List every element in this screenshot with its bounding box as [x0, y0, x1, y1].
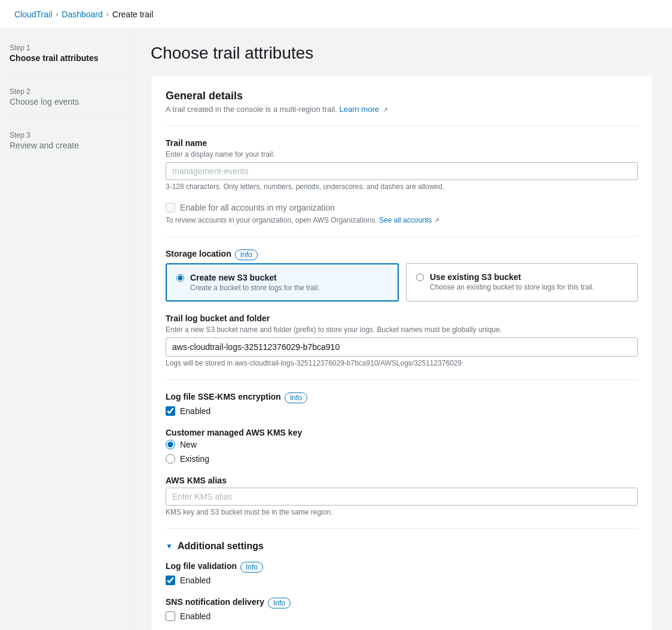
- log-file-validation-label: Log file validation: [166, 561, 237, 571]
- sidebar-step-1: Step 1 Choose trail attributes: [10, 44, 121, 75]
- trail-log-bucket-hint: Enter a new S3 bucket name and folder (p…: [166, 325, 638, 334]
- trail-log-bucket-label: Trail log bucket and folder: [166, 314, 638, 323]
- additional-settings-header: ▼ Additional settings: [166, 541, 638, 552]
- trail-log-bucket-input[interactable]: [166, 337, 638, 357]
- sns-notification-label-row: SNS notification delivery Info: [166, 597, 638, 609]
- log-file-sse-label-row: Log file SSE-KMS encryption Info: [166, 392, 638, 404]
- step1-label: Step 1: [10, 44, 121, 52]
- org-accounts-field: Enable for all accounts in my organizati…: [166, 203, 638, 224]
- org-checkbox[interactable]: [166, 203, 175, 212]
- log-file-validation-enabled-label: Enabled: [180, 576, 210, 585]
- additional-settings-section: ▼ Additional settings Log file validatio…: [166, 541, 638, 621]
- org-checkbox-row: Enable for all accounts in my organizati…: [166, 203, 638, 212]
- aws-kms-alias-label: AWS KMS alias: [166, 476, 638, 485]
- sns-notification-checkbox-row: Enabled: [166, 611, 638, 621]
- divider-2: [166, 236, 638, 237]
- learn-more-link[interactable]: Learn more: [339, 105, 378, 114]
- log-file-sse-checkbox[interactable]: [166, 406, 175, 416]
- see-all-external-icon: ↗: [434, 217, 439, 224]
- storage-location-label-row: Storage location Info: [166, 249, 638, 261]
- breadcrumb-sep2: ›: [106, 10, 109, 19]
- trail-name-label: Trail name: [166, 138, 638, 148]
- customer-kms-field: Customer managed AWS KMS key New Existin…: [166, 428, 638, 464]
- breadcrumb-sep1: ›: [56, 10, 58, 19]
- storage-location-label: Storage location: [166, 249, 231, 258]
- create-new-s3-content: Create new S3 bucket Create a bucket to …: [190, 273, 320, 292]
- kms-existing-row: Existing: [166, 454, 638, 464]
- general-details-desc: A trail created in the console is a mult…: [166, 105, 638, 114]
- trail-log-bucket-field: Trail log bucket and folder Enter a new …: [166, 314, 638, 367]
- storage-location-info-badge[interactable]: Info: [235, 249, 258, 260]
- log-file-sse-info-badge[interactable]: Info: [285, 392, 307, 403]
- aws-kms-alias-field: AWS KMS alias KMS key and S3 bucket must…: [166, 476, 638, 516]
- log-file-validation-checkbox[interactable]: [166, 576, 175, 585]
- breadcrumb-dashboard[interactable]: Dashboard: [62, 10, 103, 19]
- page-title: Choose trail attributes: [151, 44, 653, 63]
- general-details-section: General details A trail created in the c…: [166, 90, 638, 114]
- log-file-validation-label-row: Log file validation Info: [166, 561, 638, 573]
- sns-notification-info-badge[interactable]: Info: [268, 598, 291, 608]
- use-existing-s3-content: Use existing S3 bucket Choose an existin…: [430, 272, 594, 291]
- collapse-icon[interactable]: ▼: [166, 542, 173, 550]
- storage-location-field: Storage location Info Create new S3 buck…: [166, 249, 638, 302]
- log-file-validation-checkbox-row: Enabled: [166, 576, 638, 585]
- sidebar-step-3: Step 3 Review and create: [10, 131, 121, 162]
- step1-title: Choose trail attributes: [10, 53, 121, 63]
- log-file-sse-enabled-label: Enabled: [180, 406, 210, 416]
- main-card: General details A trail created in the c…: [151, 75, 653, 630]
- aws-kms-alias-input[interactable]: [166, 488, 638, 506]
- general-details-title: General details: [166, 90, 638, 102]
- see-all-accounts-link[interactable]: See all accounts: [379, 216, 432, 224]
- use-existing-s3-radio[interactable]: [416, 273, 424, 281]
- kms-existing-label: Existing: [180, 454, 209, 464]
- breadcrumb: CloudTrail › Dashboard › Create trail: [0, 0, 672, 29]
- main-layout: Step 1 Choose trail attributes Step 2 Ch…: [0, 29, 672, 630]
- create-new-s3-desc: Create a bucket to store logs for the tr…: [190, 284, 320, 292]
- use-existing-s3-title: Use existing S3 bucket: [430, 272, 594, 282]
- storage-radio-options: Create new S3 bucket Create a bucket to …: [166, 263, 638, 302]
- sidebar: Step 1 Choose trail attributes Step 2 Ch…: [0, 29, 132, 630]
- customer-kms-label: Customer managed AWS KMS key: [166, 428, 638, 437]
- kms-new-row: New: [166, 440, 638, 449]
- external-link-icon: ↗: [383, 106, 388, 113]
- trail-log-bucket-path: Logs will be stored in aws-cloudtrail-lo…: [166, 359, 638, 367]
- org-label: Enable for all accounts in my organizati…: [180, 203, 335, 212]
- create-new-s3-title: Create new S3 bucket: [190, 273, 320, 282]
- step3-label: Step 3: [10, 131, 121, 139]
- sidebar-step-2: Step 2 Choose log events: [10, 87, 121, 119]
- log-file-validation-field: Log file validation Info Enabled: [166, 561, 638, 585]
- trail-name-hint: Enter a display name for your trail.: [166, 150, 638, 159]
- sns-notification-checkbox[interactable]: [166, 611, 175, 621]
- log-file-sse-checkbox-row: Enabled: [166, 406, 638, 416]
- additional-settings-title: Additional settings: [178, 541, 264, 552]
- divider-4: [166, 528, 638, 529]
- trail-name-input[interactable]: [166, 162, 638, 180]
- create-new-s3-option[interactable]: Create new S3 bucket Create a bucket to …: [166, 263, 399, 302]
- use-existing-s3-option[interactable]: Use existing S3 bucket Choose an existin…: [406, 263, 638, 302]
- sns-notification-label: SNS notification delivery: [166, 597, 264, 607]
- trail-name-validation: 3-128 characters. Only letters, numbers,…: [166, 182, 638, 191]
- use-existing-s3-desc: Choose an existing bucket to store logs …: [430, 283, 594, 291]
- sns-notification-field: SNS notification delivery Info Enabled: [166, 597, 638, 621]
- breadcrumb-current: Create trail: [112, 10, 153, 19]
- aws-kms-alias-hint: KMS key and S3 bucket must be in the sam…: [166, 508, 638, 516]
- content-area: Choose trail attributes General details …: [132, 29, 672, 630]
- divider-3: [166, 379, 638, 380]
- breadcrumb-cloudtrail[interactable]: CloudTrail: [14, 10, 52, 19]
- divider-1: [166, 126, 638, 126]
- step2-title: Choose log events: [10, 97, 121, 106]
- step2-label: Step 2: [10, 87, 121, 96]
- kms-new-radio[interactable]: [166, 440, 175, 449]
- step3-title: Review and create: [10, 141, 121, 150]
- org-hint: To review accounts in your organization,…: [166, 216, 638, 224]
- kms-existing-radio[interactable]: [166, 454, 175, 464]
- trail-name-field: Trail name Enter a display name for your…: [166, 138, 638, 191]
- log-file-validation-info-badge[interactable]: Info: [240, 562, 263, 573]
- log-file-sse-label: Log file SSE-KMS encryption: [166, 392, 281, 401]
- create-new-s3-radio[interactable]: [176, 274, 184, 282]
- kms-new-label: New: [180, 440, 197, 449]
- log-file-sse-field: Log file SSE-KMS encryption Info Enabled: [166, 392, 638, 416]
- sns-notification-enabled-label: Enabled: [180, 611, 210, 621]
